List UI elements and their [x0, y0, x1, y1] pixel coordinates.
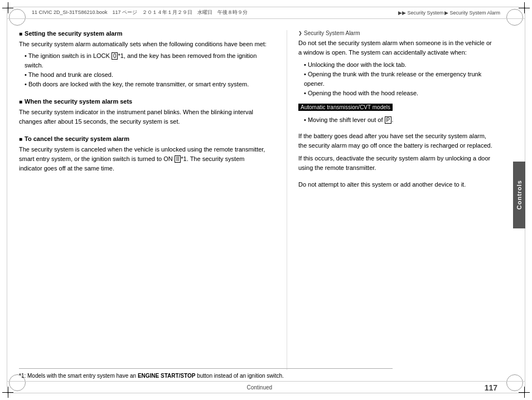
section-cancel-alarm: To cancel the security system alarm The … — [19, 135, 267, 173]
note-label: Security System Alarm — [298, 30, 496, 36]
section1-body: The security system alarm automatically … — [19, 40, 267, 49]
auto-trans-bullets: Moving the shift lever out of P. — [304, 115, 496, 125]
breadcrumb-subsection: Security System Alarm — [449, 10, 500, 16]
battery-para1: If the battery goes dead after you have … — [298, 131, 496, 150]
left-column: Setting the security system alarm The se… — [19, 19, 275, 381]
controls-tab: Controls — [513, 162, 525, 228]
list-item: The hood and trunk are closed. — [25, 70, 267, 80]
header-file-info: 11 CIVIC 2D_SI-31TS86210.book 117 ページ ２０… — [32, 9, 248, 16]
lock-symbol: 0 — [112, 52, 118, 60]
list-item: Opening the trunk with the trunk release… — [304, 70, 496, 89]
section3-heading: To cancel the security system alarm — [19, 135, 267, 142]
section1-heading: Setting the security system alarm — [19, 30, 267, 37]
section-when-alarm-sets: When the security system alarm sets The … — [19, 98, 267, 126]
battery-text1: If the battery goes dead after you have … — [298, 131, 496, 150]
auto-trans-container: Automatic transmission/CVT models Moving… — [298, 100, 496, 125]
list-item: Unlocking the door with the lock tab. — [304, 60, 496, 70]
page-footer: Continued 117 — [7, 381, 525, 393]
on-symbol: II — [175, 155, 181, 163]
section-setting-alarm: Setting the security system alarm The se… — [19, 30, 267, 89]
breadcrumb: ▶▶ Security System ▶ Security System Ala… — [398, 10, 500, 16]
section1-bullets: The ignition switch is in LOCK 0*1, and … — [25, 51, 267, 89]
park-symbol: P — [385, 116, 392, 124]
breadcrumb-arrow: ▶▶ — [398, 10, 406, 16]
breadcrumb-section: Security System — [407, 10, 443, 16]
section3-body: The security system is canceled when the… — [19, 145, 267, 173]
controls-tab-label: Controls — [516, 180, 523, 209]
warning-text: Do not attempt to alter this system or a… — [298, 180, 496, 189]
breadcrumb-arrow2: ▶ — [444, 10, 448, 16]
right-column: Security System Alarm Do not set the sec… — [298, 19, 513, 381]
note-intro: Do not set the security system alarm whe… — [298, 38, 496, 57]
section2-heading: When the security system alarm sets — [19, 98, 267, 105]
battery-para2: If this occurs, deactivate the security … — [298, 154, 496, 173]
footnote-text: *1: Models with the smart entry system h… — [19, 373, 284, 379]
column-divider — [287, 30, 287, 370]
list-item: Moving the shift lever out of P. — [304, 115, 496, 125]
section2-body: The security system indicator in the ins… — [19, 108, 267, 126]
warning-para: Do not attempt to alter this system or a… — [298, 180, 496, 189]
list-item: Both doors are locked with the key, the … — [25, 80, 267, 89]
page-header: 11 CIVIC 2D_SI-31TS86210.book 117 ページ ２０… — [7, 7, 525, 19]
battery-text2: If this occurs, deactivate the security … — [298, 154, 496, 173]
list-item: Opening the hood with the hood release. — [304, 89, 496, 98]
content-area: Setting the security system alarm The se… — [19, 19, 513, 381]
auto-trans-label: Automatic transmission/CVT models — [298, 104, 393, 111]
page-number: 117 — [485, 383, 497, 392]
list-item: The ignition switch is in LOCK 0*1, and … — [25, 51, 267, 70]
note-bullets: Unlocking the door with the lock tab. Op… — [304, 60, 496, 98]
footnote-area: *1: Models with the smart entry system h… — [19, 368, 393, 380]
continued-label: Continued — [247, 384, 273, 391]
